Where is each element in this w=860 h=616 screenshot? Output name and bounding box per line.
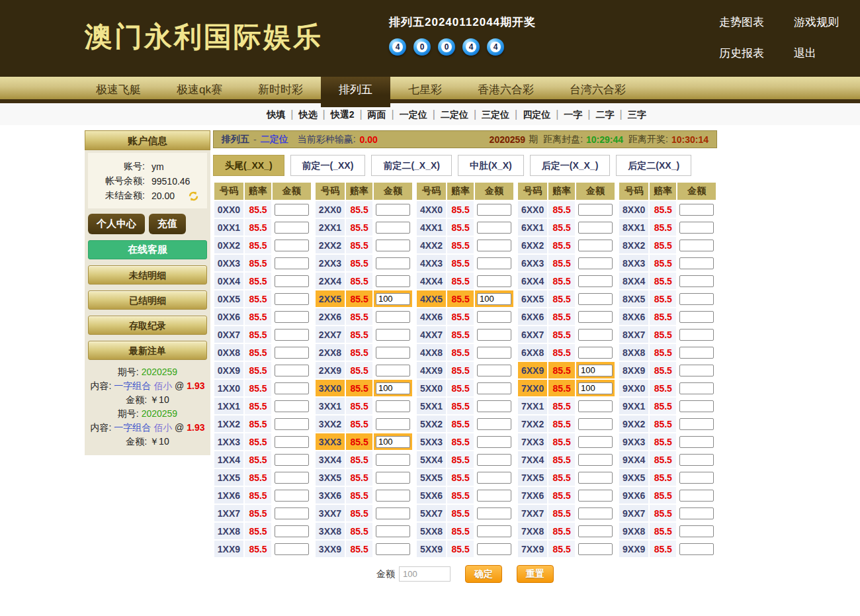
confirm-button[interactable]: 确定 bbox=[465, 565, 502, 583]
bet-amount-input-0XX8[interactable] bbox=[275, 347, 309, 359]
bet-amount-input-9XX5[interactable] bbox=[679, 472, 714, 484]
nav-tab-5[interactable]: 香港六合彩 bbox=[460, 77, 552, 103]
bet-amount-input-1XX2[interactable] bbox=[275, 418, 309, 430]
bet-amount-input-4XX7[interactable] bbox=[477, 329, 511, 341]
bet-amount-input-3XX0[interactable] bbox=[376, 382, 410, 394]
bet-amount-input-3XX4[interactable] bbox=[376, 454, 410, 466]
subnav-item-0[interactable]: 快填 bbox=[267, 109, 285, 120]
subnav-item-3[interactable]: 两面 bbox=[368, 109, 386, 120]
bet-amount-input-4XX2[interactable] bbox=[477, 240, 511, 251]
bet-amount-input-8XX0[interactable] bbox=[679, 204, 714, 216]
bet-amount-input-5XX5[interactable] bbox=[477, 472, 511, 484]
reset-button[interactable]: 重置 bbox=[517, 565, 554, 583]
bet-amount-input-7XX0[interactable] bbox=[578, 382, 613, 394]
bet-amount-input-7XX3[interactable] bbox=[578, 436, 613, 448]
bet-amount-input-3XX3[interactable] bbox=[376, 436, 410, 448]
bet-amount-input-5XX8[interactable] bbox=[477, 525, 511, 537]
subnav-item-10[interactable]: 三字 bbox=[628, 109, 646, 120]
bet-amount-input-1XX0[interactable] bbox=[275, 382, 309, 394]
bet-tab-0[interactable]: 头尾(_XX_) bbox=[213, 155, 284, 176]
bet-tab-1[interactable]: 前定一(_XX) bbox=[290, 155, 366, 176]
play-type-link[interactable]: 二定位 bbox=[261, 134, 288, 146]
bet-amount-input-5XX7[interactable] bbox=[477, 507, 511, 519]
bet-amount-input-3XX7[interactable] bbox=[376, 507, 410, 519]
bet-amount-input-0XX7[interactable] bbox=[275, 329, 309, 341]
bet-amount-input-7XX9[interactable] bbox=[578, 543, 613, 555]
bet-amount-input-0XX6[interactable] bbox=[275, 311, 309, 323]
bet-amount-input-9XX6[interactable] bbox=[679, 490, 714, 502]
bet-amount-input-2XX4[interactable] bbox=[376, 275, 410, 287]
sidebar-menu-item-2[interactable]: 存取纪录 bbox=[88, 316, 207, 335]
bet-tab-5[interactable]: 后定二(XX_) bbox=[616, 155, 691, 176]
bet-amount-input-5XX6[interactable] bbox=[477, 490, 511, 502]
bet-amount-input-6XX7[interactable] bbox=[578, 329, 613, 341]
nav-tab-4[interactable]: 七星彩 bbox=[390, 77, 460, 103]
bet-amount-input-8XX4[interactable] bbox=[679, 275, 714, 287]
bet-amount-input-9XX7[interactable] bbox=[679, 507, 714, 519]
bet-amount-input-5XX9[interactable] bbox=[477, 543, 511, 555]
bet-amount-input-4XX9[interactable] bbox=[477, 365, 511, 376]
online-service-button[interactable]: 在线客服 bbox=[88, 240, 207, 259]
bet-tab-3[interactable]: 中肚(X_X) bbox=[458, 155, 524, 176]
bet-amount-input-6XX3[interactable] bbox=[578, 257, 613, 269]
bet-amount-input-4XX3[interactable] bbox=[477, 257, 511, 269]
bet-amount-input-2XX9[interactable] bbox=[376, 365, 410, 376]
bet-amount-input-1XX1[interactable] bbox=[275, 400, 309, 412]
bet-amount-input-3XX8[interactable] bbox=[376, 525, 410, 537]
nav-tab-1[interactable]: 极速qk赛 bbox=[159, 77, 240, 103]
subnav-item-4[interactable]: 一定位 bbox=[400, 109, 427, 120]
nav-tab-0[interactable]: 极速飞艇 bbox=[78, 77, 159, 103]
bet-amount-input-2XX1[interactable] bbox=[376, 222, 410, 234]
bet-amount-input-6XX4[interactable] bbox=[578, 275, 613, 287]
bet-amount-input-3XX9[interactable] bbox=[376, 543, 410, 555]
bet-amount-input-1XX3[interactable] bbox=[275, 436, 309, 448]
bet-tab-4[interactable]: 后定一(X_X_) bbox=[530, 155, 611, 176]
sidebar-menu-item-1[interactable]: 已结明细 bbox=[88, 290, 207, 310]
bet-amount-input-9XX3[interactable] bbox=[679, 436, 714, 448]
bet-amount-input-7XX4[interactable] bbox=[578, 454, 613, 466]
bet-amount-input-1XX4[interactable] bbox=[275, 454, 309, 466]
bet-amount-input-8XX6[interactable] bbox=[679, 311, 714, 323]
bet-amount-input-9XX4[interactable] bbox=[679, 454, 714, 466]
nav-tab-6[interactable]: 台湾六合彩 bbox=[552, 77, 644, 103]
subnav-item-9[interactable]: 二字 bbox=[596, 109, 615, 120]
bet-amount-input-5XX2[interactable] bbox=[477, 418, 511, 430]
bet-amount-input-1XX9[interactable] bbox=[275, 543, 309, 555]
bet-amount-input-4XX5[interactable] bbox=[477, 293, 511, 305]
bet-amount-input-0XX2[interactable] bbox=[275, 240, 309, 251]
bet-amount-input-4XX4[interactable] bbox=[477, 275, 511, 287]
bet-amount-input-1XX8[interactable] bbox=[275, 525, 309, 537]
bet-amount-input-5XX0[interactable] bbox=[477, 382, 511, 394]
bet-amount-input-8XX2[interactable] bbox=[679, 240, 714, 251]
bet-amount-input-2XX2[interactable] bbox=[376, 240, 410, 251]
bet-amount-input-7XX7[interactable] bbox=[578, 507, 613, 519]
subnav-item-1[interactable]: 快选 bbox=[298, 109, 317, 120]
bet-amount-input-8XX1[interactable] bbox=[679, 222, 714, 234]
bet-tab-2[interactable]: 前定二(_X_X) bbox=[371, 155, 452, 176]
bet-amount-input-2XX0[interactable] bbox=[376, 204, 410, 216]
refresh-icon[interactable] bbox=[188, 191, 199, 202]
bet-amount-input-4XX0[interactable] bbox=[477, 204, 511, 216]
bet-amount-input-0XX9[interactable] bbox=[275, 365, 309, 376]
bet-amount-input-4XX8[interactable] bbox=[477, 347, 511, 359]
header-link-game-rules[interactable]: 游戏规则 bbox=[794, 15, 839, 30]
bet-amount-input-8XX5[interactable] bbox=[679, 293, 714, 305]
bet-amount-input-0XX0[interactable] bbox=[275, 204, 309, 216]
bet-amount-input-6XX5[interactable] bbox=[578, 293, 613, 305]
bet-amount-input-6XX6[interactable] bbox=[578, 311, 613, 323]
bet-amount-input-5XX1[interactable] bbox=[477, 400, 511, 412]
header-link-logout[interactable]: 退出 bbox=[794, 46, 839, 61]
subnav-item-2[interactable]: 快選2 bbox=[331, 109, 355, 120]
bet-amount-input-0XX4[interactable] bbox=[275, 275, 309, 287]
bet-amount-input-4XX6[interactable] bbox=[477, 311, 511, 323]
bet-amount-input-6XX0[interactable] bbox=[578, 204, 613, 216]
sidebar-menu-item-3[interactable]: 最新注单 bbox=[88, 341, 207, 360]
bet-amount-input-6XX8[interactable] bbox=[578, 347, 613, 359]
bet-amount-input-5XX3[interactable] bbox=[477, 436, 511, 448]
bet-amount-input-3XX5[interactable] bbox=[376, 472, 410, 484]
subnav-item-7[interactable]: 四定位 bbox=[523, 109, 550, 120]
bet-amount-input-7XX5[interactable] bbox=[578, 472, 613, 484]
bet-amount-input-7XX8[interactable] bbox=[578, 525, 613, 537]
bet-amount-input-0XX3[interactable] bbox=[275, 257, 309, 269]
sidebar-menu-item-0[interactable]: 未结明细 bbox=[88, 265, 207, 285]
